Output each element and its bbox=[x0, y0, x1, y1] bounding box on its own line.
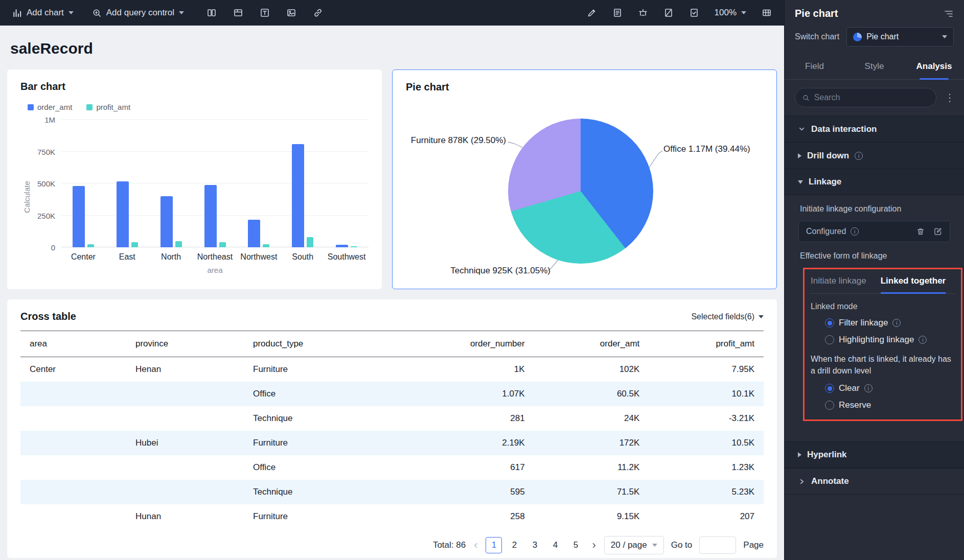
table-cell: 1.23K bbox=[649, 462, 764, 473]
add-chart-button[interactable]: Add chart bbox=[12, 8, 74, 18]
bar-profit_amt[interactable] bbox=[87, 244, 94, 247]
publish-check-icon[interactable] bbox=[689, 8, 699, 18]
search-input[interactable] bbox=[814, 93, 929, 102]
column-header[interactable]: profit_amt bbox=[649, 339, 764, 349]
table-row[interactable]: Office1.07K60.5K10.1K bbox=[20, 382, 764, 406]
tab-style[interactable]: Style bbox=[844, 55, 904, 79]
link-widget-icon[interactable] bbox=[313, 8, 323, 18]
bar-order_amt[interactable] bbox=[292, 144, 304, 248]
tab-initiate-linkage[interactable]: Initiate linkage bbox=[811, 269, 866, 293]
bar-order_amt[interactable] bbox=[160, 196, 173, 247]
prev-page-button[interactable]: ‹ bbox=[473, 540, 478, 551]
add-query-control-label: Add query control bbox=[106, 8, 174, 18]
selected-fields-dropdown[interactable]: Selected fields(6) bbox=[691, 312, 764, 321]
next-page-button[interactable]: › bbox=[591, 540, 596, 551]
page-button[interactable]: 2 bbox=[506, 537, 522, 553]
bar-group bbox=[149, 120, 193, 247]
radio-highlighting-linkage[interactable]: Highlighting linkage i bbox=[825, 335, 955, 345]
column-header[interactable]: product_type bbox=[248, 339, 419, 349]
table-row[interactable]: Technique28124K-3.21K bbox=[20, 406, 764, 431]
legend-item[interactable]: profit_amt bbox=[86, 103, 130, 111]
more-options-icon[interactable]: ⋮ bbox=[943, 91, 957, 104]
section-drill-down[interactable]: Drill down i bbox=[785, 142, 964, 169]
x-tick-label: Southwest bbox=[325, 252, 369, 262]
bar-legend: order_amtprofit_amt bbox=[28, 103, 369, 111]
delete-linkage-icon[interactable] bbox=[916, 227, 925, 236]
pie-chart-card[interactable]: Pie chart Furniture 878K (29.50%) Office… bbox=[392, 69, 777, 289]
selected-fields-label: Selected fields(6) bbox=[691, 312, 754, 321]
triangle-right-icon bbox=[798, 452, 801, 457]
bar-order_amt[interactable] bbox=[248, 220, 260, 247]
bar-profit_amt[interactable] bbox=[219, 242, 226, 247]
workbench-icon[interactable] bbox=[638, 8, 648, 18]
y-tick-label: 500K bbox=[37, 179, 55, 188]
tab-analysis[interactable]: Analysis bbox=[904, 55, 964, 79]
cross-table-card[interactable]: Cross table Selected fields(6) areaprovi… bbox=[7, 299, 777, 558]
table-row[interactable]: HubeiFurniture2.19K172K10.5K bbox=[20, 431, 764, 455]
page-size-select[interactable]: 20 / page bbox=[604, 536, 664, 554]
legend-item[interactable]: order_amt bbox=[28, 103, 72, 111]
configured-linkage-box[interactable]: Configured i bbox=[798, 221, 950, 242]
bar-order_amt[interactable] bbox=[117, 181, 129, 247]
table-row[interactable]: Office61711.2K1.23K bbox=[20, 455, 764, 480]
search-box[interactable] bbox=[795, 88, 936, 107]
pie[interactable] bbox=[508, 119, 653, 264]
radio-filter-linkage[interactable]: Filter linkage i bbox=[825, 318, 955, 328]
column-header[interactable]: area bbox=[20, 339, 130, 349]
tab-container-icon[interactable] bbox=[233, 8, 243, 18]
page-button[interactable]: 4 bbox=[547, 537, 563, 553]
query-control-icon bbox=[92, 8, 102, 18]
bar-chart-icon bbox=[12, 8, 22, 18]
section-annotate[interactable]: Annotate bbox=[785, 468, 964, 495]
x-tick-label: Northwest bbox=[237, 252, 281, 262]
linked-note: When the chart is linked, it already has… bbox=[811, 353, 955, 377]
column-header[interactable]: order_number bbox=[419, 339, 534, 349]
radio-reserve[interactable]: Reserve bbox=[825, 400, 955, 410]
page-button[interactable]: 3 bbox=[526, 537, 543, 553]
panel-collapse-icon[interactable] bbox=[944, 9, 954, 19]
linkage-panel: Initiate linkage configuration Configure… bbox=[785, 195, 964, 421]
chevron-down-icon bbox=[741, 11, 746, 14]
bar-profit_amt[interactable] bbox=[175, 241, 182, 248]
grid-settings-icon[interactable] bbox=[762, 8, 772, 18]
edit-linkage-icon[interactable] bbox=[933, 227, 943, 236]
section-hyperlink[interactable]: Hyperlink bbox=[785, 441, 964, 468]
bar-order_amt[interactable] bbox=[336, 245, 348, 247]
column-header[interactable]: order_amt bbox=[534, 339, 649, 349]
theme-pen-icon[interactable] bbox=[587, 8, 597, 18]
page-button[interactable]: 1 bbox=[486, 537, 502, 553]
zoom-select[interactable]: 100% bbox=[715, 8, 746, 18]
section-data-interaction[interactable]: Data interaction bbox=[785, 115, 964, 142]
add-query-control-button[interactable]: Add query control bbox=[92, 8, 184, 18]
drill-down-label: Drill down bbox=[807, 151, 849, 161]
page-label: Page bbox=[743, 540, 764, 550]
preview-off-icon[interactable] bbox=[663, 8, 674, 18]
y-tick-label: 250K bbox=[37, 211, 55, 220]
table-cell: 617 bbox=[419, 462, 534, 473]
bar-chart-card[interactable]: Bar chart order_amtprofit_amt Calculate … bbox=[7, 69, 382, 289]
bar-profit_amt[interactable] bbox=[307, 237, 313, 247]
page-button[interactable]: 5 bbox=[567, 537, 584, 553]
goto-page-input[interactable] bbox=[699, 536, 736, 554]
linkage-tabs: Initiate linkage Linked together bbox=[810, 269, 955, 294]
dataset-doc-icon[interactable] bbox=[612, 8, 623, 18]
data-interaction-label: Data interaction bbox=[811, 124, 877, 134]
tab-linked-together[interactable]: Linked together bbox=[881, 269, 946, 293]
tab-field[interactable]: Field bbox=[785, 55, 844, 79]
text-widget-icon[interactable] bbox=[260, 8, 270, 18]
bar-order_amt[interactable] bbox=[204, 185, 217, 248]
table-row[interactable]: HunanFurniture2589.15K207 bbox=[20, 504, 764, 529]
image-widget-icon[interactable] bbox=[286, 8, 296, 18]
radio-clear[interactable]: Clear i bbox=[825, 383, 955, 393]
chart-type-select[interactable]: Pie chart bbox=[846, 27, 954, 46]
bar-profit_amt[interactable] bbox=[263, 244, 269, 247]
table-row[interactable]: CenterHenanFurniture1K102K7.95K bbox=[20, 357, 764, 382]
bar-order_amt[interactable] bbox=[73, 186, 85, 247]
split-columns-icon[interactable] bbox=[206, 8, 217, 18]
column-header[interactable]: province bbox=[130, 339, 248, 349]
section-linkage[interactable]: Linkage bbox=[785, 169, 964, 195]
pagination-pages: 12345 bbox=[486, 537, 584, 553]
bar-profit_amt[interactable] bbox=[131, 242, 138, 247]
bar-profit_amt[interactable] bbox=[351, 246, 357, 247]
table-row[interactable]: Technique59571.5K5.23K bbox=[20, 480, 764, 504]
